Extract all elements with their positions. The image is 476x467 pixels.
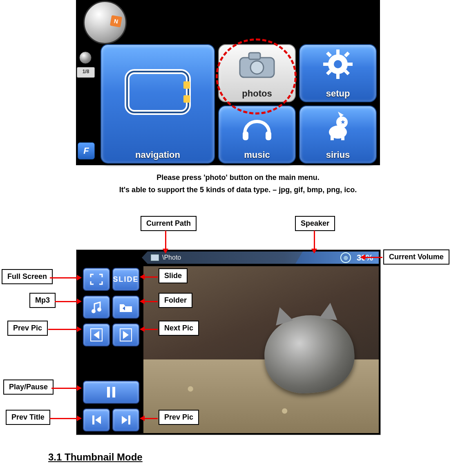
- setup-button[interactable]: setup: [299, 44, 377, 102]
- callout-speaker: Speaker: [295, 216, 335, 231]
- main-menu-screenshot: 1/8 F navigation photos: [76, 0, 380, 165]
- small-sphere-icon: [79, 52, 92, 64]
- arrow-speaker: [314, 231, 315, 253]
- next-pic-button[interactable]: [112, 323, 139, 346]
- svg-rect-12: [347, 63, 353, 66]
- arrow-play-pause: [51, 388, 81, 389]
- callout-prev-title: Prev Title: [6, 410, 50, 425]
- prev-title-button[interactable]: [83, 409, 110, 431]
- music-button[interactable]: music: [218, 106, 296, 164]
- sirius-label: sirius: [300, 150, 376, 160]
- svg-rect-17: [243, 131, 248, 140]
- sirius-button[interactable]: ★ sirius: [299, 106, 377, 164]
- navigation-screen-icon: [101, 45, 214, 139]
- music-label: music: [219, 150, 295, 160]
- arrow-full-screen: [50, 277, 81, 278]
- play-pause-button[interactable]: [83, 381, 139, 404]
- slide-button-label: SLIDE: [113, 275, 139, 284]
- callout-folder: Folder: [159, 293, 192, 308]
- callout-mp3: Mp3: [29, 293, 56, 308]
- svg-rect-22: [331, 135, 334, 140]
- arrow-mp3: [55, 301, 81, 302]
- arrow-folder: [141, 301, 158, 302]
- arrow-slide: [141, 276, 158, 278]
- svg-point-25: [97, 308, 101, 312]
- sirius-dog-icon: ★: [300, 106, 376, 145]
- photo-display-area: [143, 266, 379, 433]
- callout-next-pic: Next Pic: [159, 321, 199, 336]
- photo-viewer-screenshot: \Photo 30% SLIDE: [76, 249, 381, 435]
- prev-pic-button[interactable]: [83, 323, 110, 346]
- callout-prev-pic-2: Prev Pic: [159, 410, 199, 425]
- svg-rect-0: [127, 72, 188, 112]
- setup-label: setup: [300, 88, 376, 99]
- svg-rect-5: [249, 53, 260, 59]
- callout-prev-pic: Prev Pic: [7, 321, 48, 336]
- arrow-current-volume: [361, 257, 382, 258]
- arrow-prev-title: [50, 418, 81, 419]
- svg-rect-1: [127, 72, 188, 112]
- navigation-label: navigation: [101, 150, 214, 160]
- folder-mini-icon: [151, 254, 159, 261]
- headphones-icon: [219, 106, 295, 145]
- callout-slide: Slide: [159, 268, 188, 283]
- svg-point-6: [250, 61, 264, 74]
- arrow-current-path: [165, 231, 166, 253]
- photos-button[interactable]: photos: [218, 44, 296, 102]
- svg-rect-18: [266, 131, 271, 140]
- svg-rect-11: [323, 63, 329, 66]
- camera-icon: [219, 45, 295, 83]
- folder-button[interactable]: [112, 296, 139, 319]
- mp3-button[interactable]: [83, 296, 110, 319]
- next-title-button[interactable]: [112, 409, 139, 431]
- callout-full-screen: Full Screen: [2, 269, 53, 284]
- svg-rect-13: [326, 52, 332, 57]
- fullscreen-button[interactable]: [83, 268, 110, 291]
- svg-point-24: [92, 309, 96, 313]
- speaker-icon: [340, 252, 351, 263]
- svg-rect-10: [336, 73, 340, 79]
- svg-rect-9: [336, 49, 340, 55]
- caption-line-2: It's able to support the 5 kinds of data…: [0, 186, 476, 194]
- caption-line-1: Please press 'photo' button on the main …: [0, 173, 476, 182]
- slide-button[interactable]: SLIDE: [112, 268, 139, 291]
- arrow-prev-pic: [48, 329, 81, 330]
- compass-globe-icon: [83, 1, 127, 44]
- callout-current-path: Current Path: [141, 216, 197, 231]
- f-badge-icon: F: [78, 142, 95, 159]
- arrow-prev-pic-2: [141, 418, 158, 419]
- photos-label: photos: [219, 88, 295, 99]
- navigation-button[interactable]: navigation: [101, 44, 215, 164]
- arrow-next-pic: [141, 329, 158, 330]
- svg-rect-3: [183, 95, 190, 103]
- svg-rect-15: [344, 52, 350, 57]
- svg-point-8: [334, 60, 342, 68]
- callout-current-volume: Current Volume: [383, 249, 449, 265]
- svg-rect-23: [341, 135, 344, 140]
- gear-icon: [300, 45, 376, 83]
- svg-rect-2: [183, 81, 190, 89]
- section-heading: 3.1 Thumbnail Mode: [48, 451, 143, 463]
- scale-indicator: 1/8: [77, 67, 95, 78]
- callout-play-pause: Play/Pause: [3, 379, 54, 395]
- svg-text:★: ★: [340, 119, 346, 125]
- current-path-text: \Photo: [162, 254, 181, 261]
